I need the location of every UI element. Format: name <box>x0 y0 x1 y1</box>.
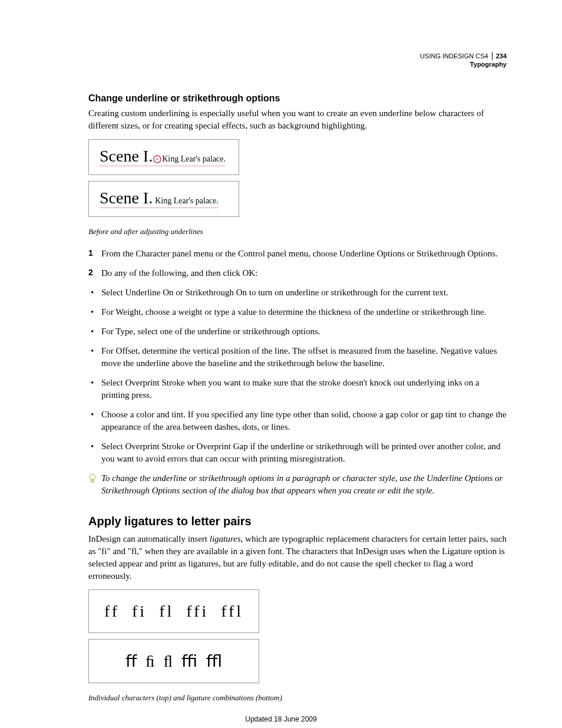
product-title: USING INDESIGN CS4 <box>420 52 488 60</box>
tip-note: To change the underline or strikethrough… <box>88 472 507 497</box>
intro-paragraph-2: InDesign can automatically insert ligatu… <box>88 533 507 582</box>
step-item: From the Character panel menu or the Con… <box>88 248 507 260</box>
figure-box-ligature-off: ff fi fl ffi ffl <box>88 589 259 633</box>
bullet-item: For Weight, choose a weight or type a va… <box>88 306 507 318</box>
intro-paragraph-1: Creating custom underlining is especiall… <box>88 107 507 132</box>
page-header: USING INDESIGN CS4 234 Typography <box>420 52 507 69</box>
figure-box-before: Scene I.King Lear's palace. <box>88 139 239 175</box>
figure-underline: Scene I.King Lear's palace. Scene I. Kin… <box>88 139 507 223</box>
scene-text-small-after: King Lear's palace. <box>155 196 219 205</box>
ligature-text-off: ff fi fl ffi ffl <box>104 602 243 620</box>
bullet-item: Select Overprint Stroke when you want to… <box>88 377 507 401</box>
steps-list: From the Character panel menu or the Con… <box>88 248 507 279</box>
scene-text-small-before: King Lear's palace. <box>162 154 226 163</box>
lightbulb-icon <box>88 473 97 487</box>
figure-ligatures: ff fi fl ffi ffl ﬀ ﬁ ﬂ ﬃ ﬄ <box>88 589 507 689</box>
svg-rect-3 <box>91 480 94 482</box>
section-name: Typography <box>420 60 507 68</box>
heading-change-underline: Change underline or strikethrough option… <box>88 93 507 104</box>
scene-text-big-after: Scene I. <box>100 189 153 207</box>
heading-ligatures: Apply ligatures to letter pairs <box>88 515 507 528</box>
figure-caption-ligatures: Individual characters (top) and ligature… <box>88 693 507 703</box>
ligature-text-on: ﬀ ﬁ ﬂ ﬃ ﬄ <box>125 652 222 670</box>
step-item: Do any of the following, and then click … <box>88 267 507 279</box>
page-number: 234 <box>492 52 507 60</box>
scene-text-big-before: Scene I. <box>100 147 153 165</box>
figure-box-ligature-on: ﬀ ﬁ ﬂ ﬃ ﬄ <box>88 639 259 683</box>
bullet-item: Select Underline On or Strikethrough On … <box>88 286 507 299</box>
tip-text: To change the underline or strikethrough… <box>101 473 503 495</box>
bullet-item: For Type, select one of the underline or… <box>88 325 507 338</box>
bullet-item: Select Overprint Stroke or Overprint Gap… <box>88 440 507 465</box>
bullet-item: Choose a color and tint. If you specifie… <box>88 409 507 433</box>
figure-caption-underline: Before and after adjusting underlines <box>88 226 507 237</box>
figure-box-after: Scene I. King Lear's palace. <box>88 181 239 217</box>
svg-point-2 <box>90 474 95 480</box>
cursor-icon <box>153 154 162 166</box>
footer-updated: Updated 18 June 2009 <box>0 715 562 723</box>
bullet-item: For Offset, determine the vertical posit… <box>88 345 507 370</box>
bullets-list: Select Underline On or Strikethrough On … <box>88 286 507 465</box>
